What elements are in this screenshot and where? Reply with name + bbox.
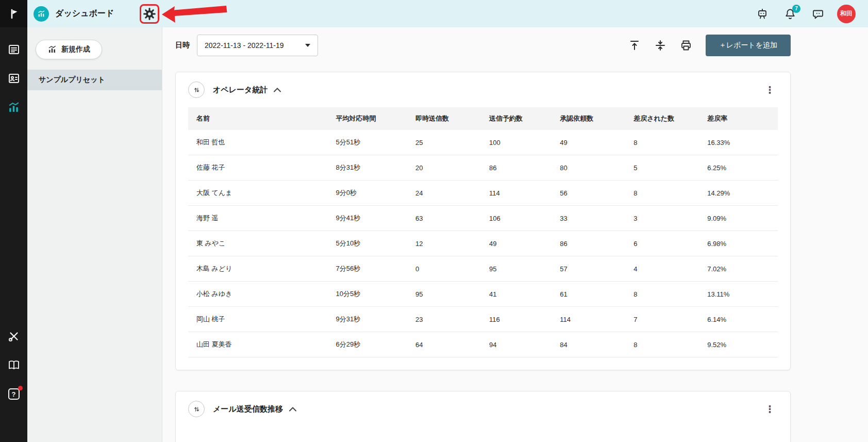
table-row: 大阪 てんま9分0秒2411456814.29%: [188, 181, 778, 206]
table-cell: 9.52%: [701, 332, 778, 357]
table-cell: 24: [409, 181, 483, 206]
table-cell: 木島 みどり: [188, 256, 330, 282]
table-row: 小松 みゆき10分5秒954161813.11%: [188, 282, 778, 307]
column-header: 送信予約数: [483, 107, 554, 130]
card-header: メール送受信数推移 ⋮: [176, 391, 790, 427]
create-new-label: 新規作成: [61, 45, 90, 54]
print-icon[interactable]: [679, 38, 693, 53]
align-top-icon[interactable]: [627, 38, 642, 53]
table-cell: 86: [483, 155, 554, 181]
notification-badge: 7: [792, 5, 800, 13]
table-cell: 海野 遥: [188, 206, 330, 231]
table-cell: 岡山 桃子: [188, 307, 330, 332]
column-header: 承認依頼数: [554, 107, 627, 130]
preset-label: サンプルプリセット: [39, 75, 105, 85]
operator-stats-table: 名前平均対応時間即時送信数送信予約数承認依頼数差戻された数差戻率 和田 哲也5分…: [188, 107, 778, 357]
table-cell: 94: [483, 332, 554, 357]
table-cell: 6: [627, 231, 701, 256]
table-row: 和田 哲也5分51秒2510049816.33%: [188, 130, 778, 155]
operator-stats-table-wrap: 名前平均対応時間即時送信数送信予約数承認依頼数差戻された数差戻率 和田 哲也5分…: [176, 107, 790, 370]
dashboard-brand-icon: [34, 6, 49, 22]
bot-icon[interactable]: [755, 6, 770, 22]
settings-annotation-box: [140, 4, 159, 24]
column-header: 差戻率: [701, 107, 778, 130]
sidebar-item-contacts[interactable]: [7, 72, 21, 85]
table-cell: 95: [483, 256, 554, 282]
table-cell: 6.25%: [701, 155, 778, 181]
preset-sidebar: 新規作成 サンプルプリセット: [27, 27, 162, 442]
chevron-down-icon: [305, 44, 310, 47]
sidebar-item-guide[interactable]: [7, 358, 21, 372]
table-cell: 106: [483, 206, 554, 231]
notifications-bell-icon[interactable]: 7: [782, 6, 798, 22]
table-cell: 大阪 てんま: [188, 181, 330, 206]
chat-bubble-icon[interactable]: [810, 6, 826, 22]
main-sidebar: ?: [0, 27, 27, 442]
table-cell: 9分31秒: [330, 307, 409, 332]
table-cell: 8: [627, 282, 701, 307]
table-cell: 14.29%: [701, 181, 778, 206]
table-cell: 5分10秒: [330, 231, 409, 256]
table-cell: 41: [483, 282, 554, 307]
table-cell: 9分0秒: [330, 181, 409, 206]
collapse-chevron-icon[interactable]: [274, 88, 281, 92]
table-cell: 84: [554, 332, 627, 357]
table-cell: 8: [627, 130, 701, 155]
table-cell: 7: [627, 307, 701, 332]
table-cell: 64: [409, 332, 483, 357]
table-cell: 7分56秒: [330, 256, 409, 282]
date-label: 日時: [175, 41, 190, 50]
reorder-icon[interactable]: [188, 401, 205, 417]
table-cell: 6分29秒: [330, 332, 409, 357]
table-cell: 13.11%: [701, 282, 778, 307]
sidebar-item-sample-preset[interactable]: サンプルプリセット: [27, 70, 162, 90]
mail-trend-card: メール送受信数推移 ⋮: [175, 391, 791, 442]
table-cell: 10分5秒: [330, 282, 409, 307]
contact-card-icon: [8, 72, 20, 85]
table-cell: 23: [409, 307, 483, 332]
table-cell: 86: [554, 231, 627, 256]
kebab-menu-icon[interactable]: ⋮: [762, 84, 778, 96]
dashboard-chart-icon: [7, 101, 20, 114]
operator-stats-card: オペレータ統計 ⋮ 名前平均対応時間即時送信数送信予約数承認依頼数差戻された数差…: [175, 72, 791, 370]
annotation-arrow: [161, 3, 228, 25]
settings-gear-icon[interactable]: [142, 6, 157, 22]
sidebar-item-tools[interactable]: [7, 330, 21, 343]
tools-wrench-icon: [8, 330, 20, 342]
reorder-icon[interactable]: [188, 81, 205, 98]
table-cell: 5分51秒: [330, 130, 409, 155]
table-row: 山田 夏美香6分29秒64948489.52%: [188, 332, 778, 357]
table-cell: 7.02%: [701, 256, 778, 282]
book-icon: [8, 359, 20, 371]
table-row: 木島 みどり7分56秒0955747.02%: [188, 256, 778, 282]
card-header: オペレータ統計 ⋮: [176, 72, 790, 107]
table-cell: 8: [627, 332, 701, 357]
table-cell: 佐藤 花子: [188, 155, 330, 181]
user-avatar[interactable]: 和田: [837, 5, 856, 23]
app-logo[interactable]: [0, 0, 27, 27]
table-cell: 114: [483, 181, 554, 206]
table-row: 東 みやこ5分10秒12498666.98%: [188, 231, 778, 256]
create-new-button[interactable]: 新規作成: [36, 40, 102, 59]
table-cell: 8分31秒: [330, 155, 409, 181]
report-toolbar: 日時 2022-11-13 - 2022-11-19: [175, 35, 791, 56]
table-cell: 116: [483, 307, 554, 332]
chart-icon: [37, 10, 45, 18]
collapse-chevron-icon[interactable]: [289, 407, 296, 412]
add-report-button[interactable]: ＋レポートを追加: [706, 35, 791, 56]
table-cell: 5: [627, 155, 701, 181]
sidebar-item-dashboard[interactable]: [7, 101, 21, 114]
column-header: 差戻された数: [627, 107, 701, 130]
kebab-menu-icon[interactable]: ⋮: [762, 403, 778, 415]
align-center-icon[interactable]: [653, 38, 667, 53]
table-cell: 9分41秒: [330, 206, 409, 231]
table-cell: 80: [554, 155, 627, 181]
sidebar-item-help[interactable]: ?: [7, 387, 21, 401]
date-range-select[interactable]: 2022-11-13 - 2022-11-19: [197, 35, 318, 56]
table-cell: 8: [627, 181, 701, 206]
sidebar-item-inbox[interactable]: [7, 43, 21, 56]
table-cell: 9.09%: [701, 206, 778, 231]
top-header: ダッシュボード: [27, 0, 868, 27]
column-header: 即時送信数: [409, 107, 483, 130]
table-row: 海野 遥9分41秒631063339.09%: [188, 206, 778, 231]
